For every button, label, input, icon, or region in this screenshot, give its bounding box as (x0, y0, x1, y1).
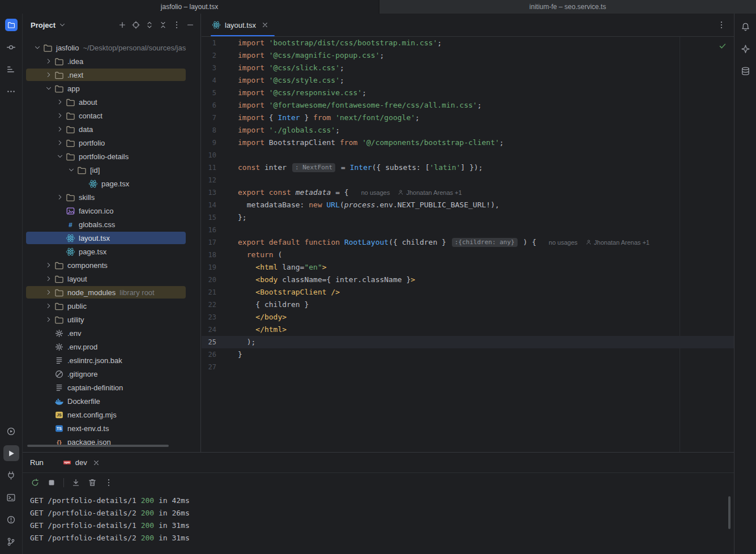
line-number[interactable]: 18 (202, 249, 216, 261)
code-line-3[interactable]: 3import '@css/slick.css'; (202, 62, 734, 74)
code-line-19[interactable]: 19 <html lang="en"> (202, 261, 734, 274)
code-line-9[interactable]: 9import BootstrapClient from '@/componen… (202, 137, 734, 149)
more-tool-button[interactable] (3, 83, 19, 99)
tree-item-components[interactable]: components (23, 258, 200, 272)
code-line-8[interactable]: 8import './globals.css'; (202, 124, 734, 137)
code-vision-usages[interactable]: no usages (361, 189, 390, 196)
chevron-right-icon[interactable] (54, 193, 66, 202)
line-number[interactable]: 23 (202, 311, 216, 323)
code-line-21[interactable]: 21 <BootstrapClient /> (202, 286, 734, 299)
code-line-25[interactable]: 25 ); (202, 336, 734, 348)
code-line-10[interactable]: 10 (202, 149, 734, 161)
tree-item-.env.prod[interactable]: .env.prod (23, 340, 200, 353)
horizontal-scrollbar[interactable] (27, 445, 169, 447)
commit-tool-button[interactable] (3, 39, 19, 55)
code-line-14[interactable]: 14 metadataBase: new URL(process.env.NEX… (202, 199, 734, 211)
code-line-23[interactable]: 23 </body> (202, 311, 734, 323)
structure-tool-button[interactable] (3, 61, 19, 77)
tree-item-jasfolio[interactable]: jasfolio~/Desktop/personal/sources/jas (23, 41, 200, 54)
rerun-button[interactable] (31, 478, 40, 487)
tree-item-public[interactable]: public (23, 299, 200, 313)
tree-item-layout[interactable]: layout (23, 272, 200, 285)
tree-item-skills[interactable]: skills (23, 190, 200, 204)
line-number[interactable]: 24 (202, 323, 216, 336)
scroll-end-button[interactable] (71, 478, 80, 487)
project-tool-button[interactable] (3, 17, 19, 33)
chevron-right-icon[interactable] (43, 301, 54, 310)
line-number[interactable]: 19 (202, 261, 216, 274)
line-number[interactable]: 20 (202, 274, 216, 286)
tree-item-page.tsx[interactable]: page.tsx (23, 177, 200, 190)
tree-item-layout.tsx[interactable]: layout.tsx (23, 231, 200, 245)
line-number[interactable]: 2 (202, 49, 216, 62)
run-tab-dev[interactable]: npm dev (58, 453, 105, 472)
line-number[interactable]: 25 (202, 336, 216, 348)
line-number[interactable]: 9 (202, 137, 216, 149)
line-number[interactable]: 16 (202, 224, 216, 236)
line-number[interactable]: 14 (202, 199, 216, 211)
database-tool-button[interactable] (737, 63, 753, 79)
code-line-20[interactable]: 20 <body className={ inter.className }> (202, 274, 734, 286)
chevron-down-icon[interactable] (58, 21, 66, 29)
line-number[interactable]: 13 (202, 186, 216, 199)
line-number[interactable]: 21 (202, 286, 216, 299)
line-number[interactable]: 4 (202, 74, 216, 87)
notifications-tool-button[interactable] (737, 19, 753, 35)
chevron-down-icon[interactable] (54, 152, 66, 161)
inspection-ok-icon[interactable] (718, 41, 727, 50)
line-number[interactable]: 12 (202, 174, 216, 186)
tree-item-app[interactable]: app (23, 82, 200, 95)
expand-all-button[interactable] (145, 20, 154, 29)
line-number[interactable]: 27 (202, 361, 216, 373)
chevron-right-icon[interactable] (54, 125, 66, 134)
tree-item-portfolio-details[interactable]: portfolio-details (23, 150, 200, 163)
chevron-down-icon[interactable] (66, 165, 77, 174)
line-number[interactable]: 1 (202, 37, 216, 49)
tree-item-Dockerfile[interactable]: Dockerfile (23, 394, 200, 408)
line-number[interactable]: 6 (202, 99, 216, 112)
tree-item-portfolio[interactable]: portfolio (23, 136, 200, 150)
code-line-22[interactable]: 22 { children } (202, 299, 734, 311)
line-number[interactable]: 8 (202, 124, 216, 137)
code-line-27[interactable]: 27 (202, 361, 734, 373)
run-tool-button[interactable] (3, 445, 19, 461)
tree-item-.eslintrc.json.bak[interactable]: .eslintrc.json.bak (23, 353, 200, 367)
tree-item-next-env.d.ts[interactable]: TSnext-env.d.ts (23, 421, 200, 435)
console-scrollbar[interactable] (728, 496, 731, 529)
project-panel-title[interactable]: Project (31, 21, 55, 29)
terminal-tool-button[interactable] (3, 489, 19, 505)
tree-item-next.config.mjs[interactable]: JSnext.config.mjs (23, 408, 200, 421)
ai-assistant-tool-button[interactable] (737, 41, 753, 57)
tab-options-icon[interactable] (717, 20, 726, 29)
tree-item-utility[interactable]: utility (23, 313, 200, 326)
line-number[interactable]: 15 (202, 211, 216, 224)
tree-item-data[interactable]: data (23, 122, 200, 136)
chevron-right-icon[interactable] (54, 138, 66, 147)
chevron-right-icon[interactable] (43, 315, 54, 324)
tree-item-globals.css[interactable]: #globals.css (23, 218, 200, 231)
code-line-13[interactable]: 13export const metadata = {no usagesJhon… (202, 186, 734, 199)
tree-item-about[interactable]: about (23, 95, 200, 109)
chevron-right-icon[interactable] (54, 111, 66, 120)
tree-item-.env[interactable]: .env (23, 326, 200, 340)
code-line-11[interactable]: 11const inter : NextFont = Inter({ subse… (202, 161, 734, 174)
chevron-down-icon[interactable] (43, 84, 54, 93)
tree-item-.next[interactable]: .next (23, 68, 200, 82)
chevron-right-icon[interactable] (43, 288, 54, 297)
line-number[interactable]: 7 (202, 112, 216, 124)
add-button[interactable] (118, 20, 127, 29)
code-line-18[interactable]: 18 return ( (202, 249, 734, 261)
code-vision-usages[interactable]: no usages (549, 239, 578, 246)
window-tab-active[interactable]: jasfolio – layout.tsx (0, 0, 379, 14)
collapse-all-button[interactable] (159, 20, 168, 29)
line-number[interactable]: 10 (202, 149, 216, 161)
chevron-right-icon[interactable] (43, 274, 54, 283)
chevron-right-icon[interactable] (43, 261, 54, 270)
code-line-17[interactable]: 17export default function RootLayout({ c… (202, 236, 734, 249)
kebab-button[interactable] (104, 478, 113, 487)
tree-item-contact[interactable]: contact (23, 109, 200, 122)
code-line-1[interactable]: 1import 'bootstrap/dist/css/bootstrap.mi… (202, 37, 734, 49)
line-number[interactable]: 26 (202, 348, 216, 361)
chevron-right-icon[interactable] (43, 57, 54, 66)
console-output[interactable]: GET /portfolio-details/1 200 in 42msGET … (23, 495, 734, 554)
